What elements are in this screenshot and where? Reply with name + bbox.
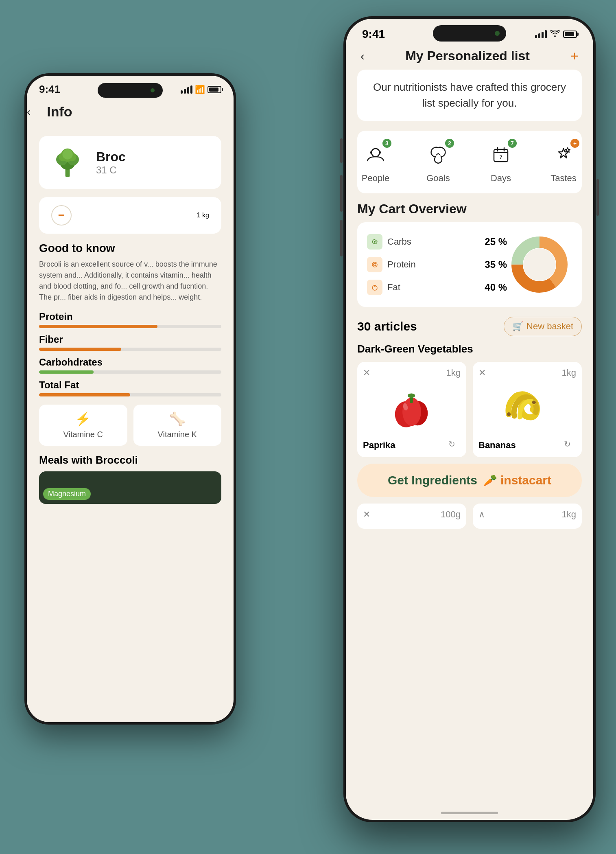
home-indicator <box>441 812 498 814</box>
get-ingredients-button[interactable]: Get Ingredients 🥕 instacart <box>357 464 582 497</box>
magnesium-badge: Magnesium <box>43 488 91 500</box>
category-tastes[interactable]: + Tastes <box>549 140 578 184</box>
svg-point-20 <box>523 248 556 281</box>
svg-point-16 <box>374 263 376 266</box>
paprika-image <box>363 382 461 435</box>
carbs-row: Carbs 25 % <box>367 234 507 250</box>
good-to-know-title: Good to know <box>39 242 221 255</box>
tastes-badge: + <box>570 139 579 148</box>
new-basket-label: New basket <box>526 321 573 332</box>
bananas-name: Bananas <box>478 440 516 451</box>
people-badge: 3 <box>382 139 391 148</box>
svg-text:7: 7 <box>500 155 502 160</box>
battery-icon <box>563 31 577 38</box>
bottom-item-1-remove[interactable]: ✕ <box>363 509 370 520</box>
nutrition-fiber: Fiber <box>39 334 221 351</box>
signal-strength-icon <box>535 30 547 38</box>
svg-point-7 <box>62 149 72 160</box>
days-badge: 7 <box>508 139 517 148</box>
articles-count: 30 articles <box>357 320 417 333</box>
bananas-image <box>478 382 576 435</box>
svg-point-27 <box>532 401 536 404</box>
protein-icon <box>367 257 382 272</box>
meals-preview: Magnesium <box>39 471 221 504</box>
camera-dot <box>495 31 500 36</box>
lightning-icon: ⚡ <box>47 411 119 427</box>
new-basket-button[interactable]: 🛒 New basket <box>504 317 582 336</box>
front-nav: ‹ My Personalized list + <box>346 41 593 70</box>
cart-overview-title: My Cart Overview <box>357 201 582 217</box>
dark-green-vegetables-title: Dark-Green Vegetables <box>357 343 582 355</box>
side-button-right <box>596 179 599 216</box>
articles-row: 30 articles 🛒 New basket <box>357 317 582 336</box>
main-content: Our nutritionists have crafted this groc… <box>346 70 593 504</box>
carbs-icon <box>367 234 382 250</box>
days-icon: 7 <box>491 145 511 165</box>
product-info: Broc 31 C <box>96 149 126 176</box>
goals-icon <box>428 145 448 165</box>
bananas-card: ✕ 1kg <box>473 362 582 457</box>
nutrition-list: Carbs 25 % Protein 35 % Fa <box>367 234 507 295</box>
category-goals[interactable]: 2 Goals <box>424 140 452 184</box>
cart-overview-card: Carbs 25 % Protein 35 % Fa <box>357 222 582 307</box>
quantity-value: 1 kg <box>197 212 209 219</box>
svg-point-8 <box>371 149 380 157</box>
instacart-logo: 🥕 instacart <box>483 473 551 487</box>
donut-chart <box>507 232 572 297</box>
good-to-know-text: Brocoli is an excellent source of v... b… <box>39 259 221 303</box>
quantity-card: − 1 kg <box>39 197 221 234</box>
product-card: Broc 31 C <box>39 136 221 189</box>
get-ingredients-label: Get Ingredients <box>388 473 477 487</box>
svg-point-14 <box>374 241 376 243</box>
good-to-know-section: Good to know Brocoli is an excellent sou… <box>39 242 221 303</box>
add-button[interactable]: + <box>570 48 579 64</box>
expand-icon[interactable]: ∧ <box>478 509 485 520</box>
nutrition-protein: Protein <box>39 311 221 328</box>
instacart-text: instacart <box>500 473 551 487</box>
days-label: Days <box>491 173 511 184</box>
bananas-qty: 1kg <box>562 368 576 378</box>
categories-row: 3 People 2 Goals <box>357 131 582 193</box>
side-button-left-1 <box>340 138 343 163</box>
goals-badge: 2 <box>445 139 454 148</box>
paprika-name: Paprika <box>363 440 395 451</box>
bottom-item-1: ✕ 100g <box>357 504 466 529</box>
basket-icon: 🛒 <box>512 321 523 332</box>
vitamin-k-card: 🦴 Vitamine K <box>133 405 222 446</box>
broccoli-image <box>47 144 88 181</box>
bottom-partial-items: ✕ 100g ∧ 1kg <box>346 504 593 529</box>
front-time: 9:41 <box>362 28 385 41</box>
tastes-icon <box>553 145 574 165</box>
back-button[interactable]: ‹ <box>360 49 365 63</box>
page-title: My Personalized list <box>405 48 530 64</box>
fat-icon <box>367 280 382 295</box>
back-nav-title: Info <box>47 104 72 120</box>
people-icon <box>365 145 386 165</box>
svg-point-25 <box>408 393 415 398</box>
nutrition-bars: Protein Fiber Carbohdrates Total Fat <box>39 311 221 396</box>
tastes-label: Tastes <box>550 173 577 184</box>
paprika-remove-button[interactable]: ✕ <box>363 368 370 378</box>
back-nav-back-arrow[interactable]: ‹ <box>27 105 31 118</box>
bananas-refresh-button[interactable]: ↻ <box>564 439 576 451</box>
quantity-decrease-button[interactable]: − <box>51 205 72 226</box>
category-days[interactable]: 7 7 Days <box>487 140 515 184</box>
bottom-item-2: ∧ 1kg <box>473 504 582 529</box>
category-people[interactable]: 3 People <box>361 140 390 184</box>
hero-description: Our nutritionists have crafted this groc… <box>357 70 582 121</box>
product-grid: ✕ 1kg <box>357 362 582 457</box>
vitamin-c-card: ⚡ Vitamine C <box>39 405 127 446</box>
paprika-card: ✕ 1kg <box>357 362 466 457</box>
svg-point-28 <box>507 412 511 416</box>
goals-label: Goals <box>426 173 450 184</box>
protein-row: Protein 35 % <box>367 257 507 272</box>
instacart-carrot-icon: 🥕 <box>483 474 497 487</box>
fat-row: Fat 40 % <box>367 280 507 295</box>
paprika-refresh-button[interactable]: ↻ <box>448 439 461 451</box>
product-subtitle: 31 C <box>96 164 126 176</box>
vitamin-row: ⚡ Vitamine C 🦴 Vitamine K <box>39 405 221 446</box>
back-content: Broc 31 C − 1 kg Good to know Brocoli is… <box>27 128 234 512</box>
meals-label: Meals with Broccoli <box>39 454 221 466</box>
bananas-remove-button[interactable]: ✕ <box>478 368 486 378</box>
side-button-left-2 <box>340 175 343 212</box>
